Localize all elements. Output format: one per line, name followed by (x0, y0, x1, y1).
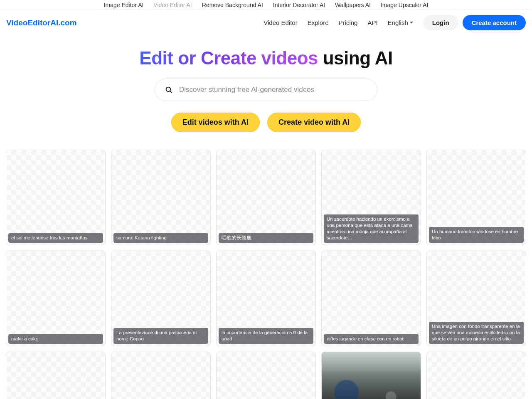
search-icon (165, 86, 172, 94)
language-dropdown[interactable]: English (388, 19, 413, 26)
video-grid: el sol metiendose tras las montañas samu… (0, 150, 532, 399)
cta-row: Edit videos with AI Create video with AI (8, 113, 524, 132)
video-card-caption: el sol metiendose tras las montañas (8, 233, 103, 243)
topbar-item-wallpapers[interactable]: Wallpapers AI (335, 2, 371, 8)
topbar: Image Editor AI Video Editor AI Remove B… (0, 0, 532, 10)
video-card[interactable]: Un sacerdote haciendo un exorcismo a una… (321, 150, 421, 245)
primary-nav: Video Editor Explore Pricing API English… (264, 15, 526, 30)
create-account-button[interactable]: Create account (463, 15, 526, 30)
video-card[interactable]: Una imagen con fondo transparente en la … (426, 251, 526, 346)
hero-title-rest: using AI (318, 48, 393, 68)
hero: Edit or Create videos using AI Edit vide… (0, 48, 532, 132)
nav-explore[interactable]: Explore (308, 19, 329, 26)
video-card-caption: niños jugando en clase con un robot (324, 334, 419, 344)
video-card[interactable] (6, 352, 106, 399)
video-card[interactable]: La presentazione di una pasticceria di n… (111, 251, 211, 346)
video-card-caption: 唱歌的长颈鹿 (219, 233, 313, 243)
video-card[interactable]: niños jugando en clase con un robot (321, 251, 421, 346)
video-card-caption: La presentazione di una pasticceria di n… (113, 328, 208, 344)
video-card[interactable]: Un humano transformándose en hombre lobo (426, 150, 526, 245)
edit-videos-button[interactable]: Edit videos with AI (171, 113, 260, 132)
login-button[interactable]: Login (423, 15, 458, 30)
nav-api[interactable]: API (367, 19, 377, 26)
video-card[interactable]: la importancia de la generacion 5.0 de l… (216, 251, 316, 346)
topbar-item-video-editor[interactable]: Video Editor AI (153, 2, 192, 8)
hero-title-gradient: Edit or Create videos (139, 48, 318, 68)
video-card-caption: Un humano transformándose en hombre lobo (429, 227, 524, 243)
auth-buttons: Login Create account (423, 15, 526, 30)
nav-pricing[interactable]: Pricing (339, 19, 358, 26)
nav-video-editor[interactable]: Video Editor (264, 19, 297, 26)
create-video-button[interactable]: Create video with AI (267, 113, 361, 132)
search-input[interactable] (179, 86, 367, 94)
video-card[interactable]: make a cake (6, 251, 106, 346)
video-card[interactable]: el sol metiendose tras las montañas (6, 150, 106, 245)
topbar-item-interior-decorator[interactable]: Interior Decorator AI (273, 2, 325, 8)
topbar-item-image-upscaler[interactable]: Image Upscaler AI (381, 2, 428, 8)
video-card[interactable] (321, 352, 421, 399)
video-card-caption: Una imagen con fondo transparente en la … (429, 322, 524, 344)
video-card[interactable]: samurai Katana fighting (111, 150, 211, 245)
video-card[interactable] (111, 352, 211, 399)
hero-title: Edit or Create videos using AI (8, 48, 524, 69)
video-card-caption: make a cake (8, 334, 103, 344)
chevron-down-icon (410, 22, 413, 24)
topbar-item-image-editor[interactable]: Image Editor AI (104, 2, 144, 8)
site-logo[interactable]: VideoEditorAI.com (6, 18, 77, 27)
topbar-item-remove-bg[interactable]: Remove Background AI (202, 2, 263, 8)
language-label: English (388, 19, 408, 26)
video-card[interactable] (426, 352, 526, 399)
video-card[interactable]: 唱歌的长颈鹿 (216, 150, 316, 245)
svg-line-1 (170, 91, 172, 93)
header: VideoEditorAI.com Video Editor Explore P… (0, 10, 532, 35)
video-card[interactable] (216, 352, 316, 399)
video-card-caption: samurai Katana fighting (113, 233, 208, 243)
search-bar[interactable] (155, 79, 377, 101)
video-card-caption: la importancia de la generacion 5.0 de l… (219, 328, 313, 344)
video-card-caption: Un sacerdote haciendo un exorcismo a una… (324, 214, 419, 243)
